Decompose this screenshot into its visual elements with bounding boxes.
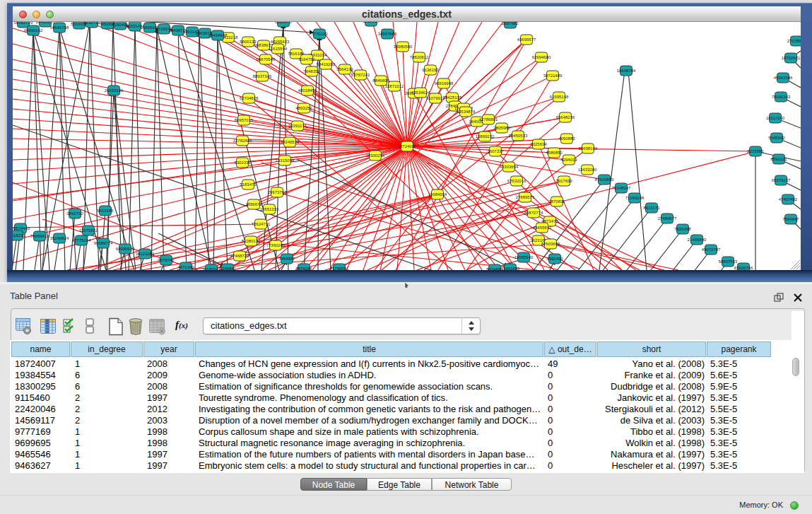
- svg-text:78091343: 78091343: [772, 95, 791, 99]
- svg-text:8613171: 8613171: [643, 206, 660, 210]
- svg-text:9136193: 9136193: [422, 68, 439, 72]
- svg-text:86872774: 86872774: [524, 211, 543, 215]
- svg-text:4586850: 4586850: [546, 151, 563, 155]
- svg-text:65648236: 65648236: [556, 115, 575, 119]
- svg-text:55698169: 55698169: [579, 146, 598, 151]
- svg-text:30980500: 30980500: [394, 45, 413, 49]
- svg-text:3164752: 3164752: [298, 57, 315, 62]
- svg-text:9232719: 9232719: [83, 22, 100, 25]
- svg-text:47775204: 47775204: [72, 238, 91, 243]
- svg-text:2870831: 2870831: [548, 199, 565, 204]
- svg-text:88937346: 88937346: [253, 74, 272, 78]
- svg-text:64641708: 64641708: [50, 25, 69, 30]
- svg-text:71756551: 71756551: [330, 267, 349, 270]
- svg-text:2805982: 2805982: [493, 126, 510, 130]
- svg-text:71093248: 71093248: [625, 196, 645, 200]
- svg-text:06562729: 06562729: [14, 22, 33, 25]
- svg-text:40265423: 40265423: [271, 40, 290, 44]
- svg-text:78820812: 78820812: [410, 55, 429, 59]
- svg-text:32871012: 32871012: [385, 84, 404, 88]
- svg-text:43303654: 43303654: [500, 165, 519, 169]
- svg-text:69379237: 69379237: [772, 178, 791, 182]
- svg-text:70348247: 70348247: [612, 186, 631, 190]
- svg-text:64990913: 64990913: [116, 247, 135, 251]
- svg-text:1656670: 1656670: [245, 202, 262, 206]
- svg-text:20465375: 20465375: [36, 22, 55, 24]
- svg-text:7917693: 7917693: [555, 179, 572, 183]
- svg-text:7874296: 7874296: [295, 267, 312, 270]
- svg-text:93534874: 93534874: [457, 110, 476, 114]
- svg-text:18300295: 18300295: [366, 153, 385, 158]
- svg-text:7594647: 7594647: [782, 217, 799, 221]
- svg-text:11671902: 11671902: [79, 228, 98, 233]
- svg-text:8849696: 8849696: [372, 78, 389, 83]
- svg-text:43699577: 43699577: [517, 37, 536, 42]
- svg-text:45961586: 45961586: [774, 76, 793, 80]
- svg-text:49972787: 49972787: [702, 247, 721, 252]
- svg-text:3990490: 3990490: [546, 257, 563, 261]
- svg-text:99386774: 99386774: [94, 241, 113, 245]
- svg-text:27484677: 27484677: [658, 216, 677, 221]
- svg-text:35454948: 35454948: [208, 33, 228, 37]
- svg-text:90916998: 90916998: [435, 81, 454, 86]
- svg-text:87603859: 87603859: [595, 177, 614, 182]
- svg-text:34957885: 34957885: [378, 32, 397, 36]
- svg-text:20450533: 20450533: [509, 134, 528, 138]
- svg-text:21465840: 21465840: [688, 238, 707, 242]
- svg-text:53419283: 53419283: [317, 62, 336, 66]
- svg-text:36183242: 36183242: [202, 267, 221, 270]
- svg-text:5183473: 5183473: [240, 182, 257, 187]
- svg-text:62704828: 62704828: [240, 96, 259, 100]
- svg-text:18702621: 18702621: [782, 56, 801, 60]
- svg-text:47407482: 47407482: [779, 197, 798, 201]
- svg-text:8692221: 8692221: [770, 157, 787, 161]
- svg-text:0249947: 0249947: [219, 267, 236, 270]
- svg-text:15451680: 15451680: [501, 267, 520, 270]
- svg-text:13315098: 13315098: [276, 158, 295, 163]
- svg-text:2687682: 2687682: [502, 22, 519, 25]
- svg-text:18724007: 18724007: [398, 144, 417, 148]
- svg-text:38346578: 38346578: [281, 140, 300, 144]
- svg-text:19065940: 19065940: [514, 255, 534, 259]
- svg-text:7826398: 7826398: [674, 227, 691, 231]
- svg-text:7770143: 7770143: [311, 32, 328, 36]
- svg-text:53767242: 53767242: [351, 73, 370, 77]
- svg-text:77360260: 77360260: [266, 243, 286, 247]
- svg-text:7464887: 7464887: [278, 257, 295, 261]
- svg-text:11615594: 11615594: [269, 47, 288, 51]
- svg-text:30391171: 30391171: [288, 124, 307, 128]
- svg-text:8813054: 8813054: [363, 22, 379, 23]
- svg-text:10651333: 10651333: [260, 207, 279, 211]
- svg-text:38425135: 38425135: [443, 95, 462, 100]
- svg-text:9301031: 9301031: [234, 160, 251, 165]
- svg-text:62994680: 62994680: [532, 55, 551, 59]
- svg-text:16648784: 16648784: [617, 69, 636, 73]
- svg-text:0679740: 0679740: [158, 258, 175, 262]
- svg-text:43455812: 43455812: [533, 226, 552, 230]
- svg-text:09670546: 09670546: [257, 57, 276, 62]
- svg-text:27889579: 27889579: [516, 195, 535, 199]
- svg-text:35240824: 35240824: [50, 236, 69, 240]
- svg-text:61595148: 61595148: [550, 95, 569, 99]
- svg-text:6025634: 6025634: [530, 142, 547, 146]
- svg-text:47468723: 47468723: [230, 254, 249, 258]
- svg-text:34123281: 34123281: [136, 252, 155, 256]
- svg-text:72624731: 72624731: [252, 222, 271, 226]
- svg-text:74989413: 74989413: [30, 234, 49, 238]
- svg-text:58867533: 58867533: [719, 259, 738, 264]
- svg-text:38721489: 38721489: [543, 74, 563, 78]
- svg-text:1607337: 1607337: [487, 149, 504, 153]
- svg-text:15869232: 15869232: [476, 134, 495, 139]
- svg-text:13433200: 13433200: [578, 168, 597, 172]
- svg-text:5045562: 5045562: [768, 136, 785, 140]
- svg-text:87603669: 87603669: [541, 242, 560, 246]
- svg-text:06990162: 06990162: [24, 28, 43, 33]
- svg-text:9413186: 9413186: [97, 209, 114, 213]
- svg-text:48018451: 48018451: [298, 88, 317, 93]
- svg-text:3518233: 3518233: [13, 233, 25, 238]
- svg-text:22782489: 22782489: [233, 139, 252, 143]
- svg-text:4893252: 4893252: [295, 106, 312, 110]
- svg-text:8313678: 8313678: [275, 22, 292, 24]
- svg-text:4294019: 4294019: [560, 158, 577, 162]
- svg-text:16117240: 16117240: [766, 116, 785, 120]
